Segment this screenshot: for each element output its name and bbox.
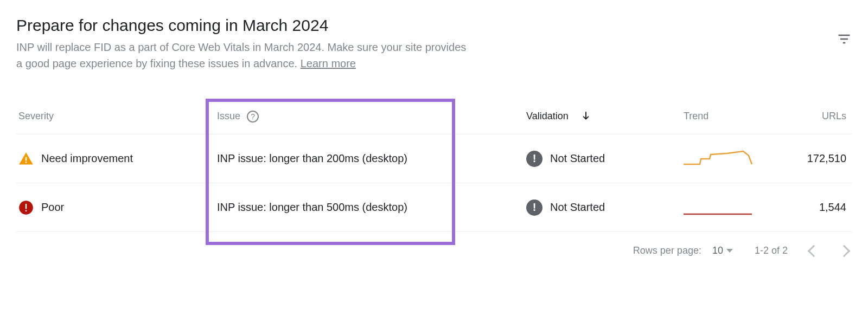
rows-per-page-select[interactable]: 10 bbox=[712, 245, 733, 256]
issue-text: INP issue: longer than 200ms (desktop) bbox=[217, 152, 407, 165]
exclamation-icon: ! bbox=[526, 199, 542, 216]
page-subtitle: INP will replace FID as a part of Core W… bbox=[16, 39, 472, 72]
validation-status: Not Started bbox=[550, 152, 605, 165]
severity-label: Need improvement bbox=[41, 152, 133, 165]
validation-status: Not Started bbox=[550, 201, 605, 214]
help-icon[interactable]: ? bbox=[247, 111, 259, 123]
sort-desc-icon[interactable] bbox=[576, 110, 591, 123]
exclamation-icon: ! bbox=[526, 151, 542, 167]
prev-page-button[interactable] bbox=[808, 244, 820, 257]
learn-more-link[interactable]: Learn more bbox=[301, 57, 356, 69]
col-urls: URLs bbox=[822, 111, 846, 121]
urls-count: 1,544 bbox=[819, 201, 846, 213]
chevron-down-icon bbox=[726, 249, 733, 253]
trend-sparkline bbox=[684, 148, 754, 170]
svg-rect-5 bbox=[25, 162, 27, 163]
issue-text: INP issue: longer than 500ms (desktop) bbox=[217, 201, 407, 214]
issues-table: Severity Issue ? Validation Trend URLs bbox=[16, 99, 852, 232]
trend-sparkline bbox=[684, 197, 754, 218]
next-page-button[interactable] bbox=[838, 244, 851, 257]
svg-rect-8 bbox=[25, 210, 27, 211]
svg-rect-4 bbox=[25, 157, 27, 160]
severity-label: Poor bbox=[41, 201, 64, 214]
table-header-row: Severity Issue ? Validation Trend URLs bbox=[16, 99, 852, 134]
table-row[interactable]: Poor INP issue: longer than 500ms (deskt… bbox=[16, 183, 852, 232]
rows-per-page-label: Rows per page: bbox=[633, 245, 701, 256]
col-severity: Severity bbox=[18, 111, 54, 122]
col-issue: Issue bbox=[217, 111, 240, 122]
error-icon bbox=[18, 200, 34, 215]
subtitle-text: INP will replace FID as a part of Core W… bbox=[16, 41, 466, 69]
page-title: Prepare for changes coming in March 2024 bbox=[16, 16, 472, 35]
filter-icon[interactable] bbox=[837, 31, 852, 47]
col-validation[interactable]: Validation bbox=[526, 111, 569, 122]
warning-icon bbox=[18, 151, 34, 166]
table-pager: Rows per page: 10 1-2 of 2 bbox=[16, 245, 852, 256]
page-range: 1-2 of 2 bbox=[755, 245, 788, 256]
rows-per-page-value: 10 bbox=[712, 245, 723, 256]
urls-count: 172,510 bbox=[807, 152, 846, 164]
svg-rect-7 bbox=[25, 204, 27, 209]
table-row[interactable]: Need improvement INP issue: longer than … bbox=[16, 134, 852, 183]
col-trend: Trend bbox=[684, 111, 709, 122]
